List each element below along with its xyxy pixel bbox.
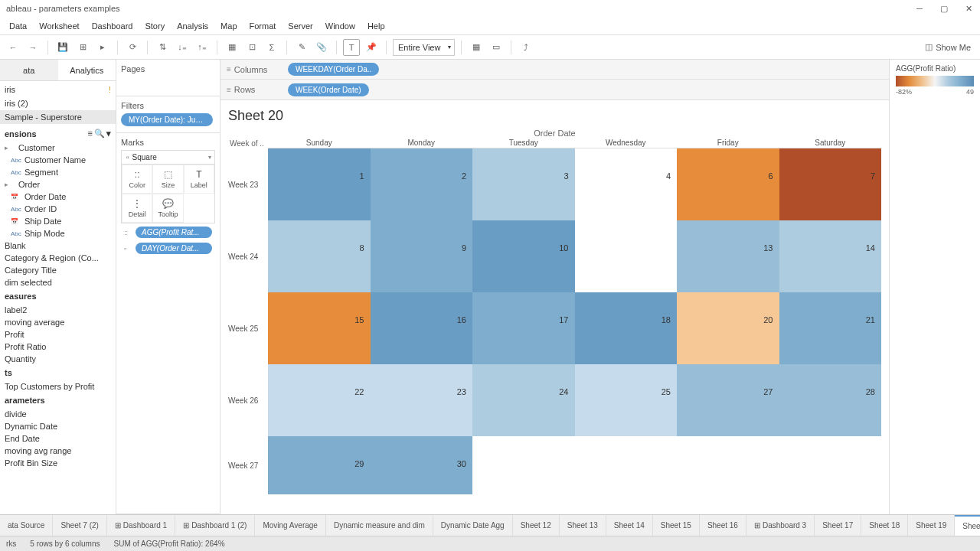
sheet-tab[interactable]: ⊞Dashboard 3 [746,515,815,536]
heatmap-cell[interactable] [779,436,882,494]
presentation-button[interactable]: ▭ [488,39,505,56]
highlight-button[interactable]: ✎ [293,39,310,56]
grid-button[interactable]: ▦ [224,39,240,56]
dimension-field[interactable]: AbcOrder ID [0,203,116,215]
sheet-tab[interactable]: ata Source [0,515,53,536]
mark-field-pill[interactable]: ▫DAY(Order Dat... [121,241,215,256]
dimension-field[interactable]: dim selected [0,276,116,289]
dimension-folder[interactable]: ▸Order [0,178,116,191]
column-header[interactable]: Monday [371,138,473,148]
sheet-tab[interactable]: Moving Average [255,515,326,536]
dimension-folder[interactable]: ▸Customer [0,142,116,154]
sort-asc-button[interactable]: ↓₌ [174,39,191,56]
heatmap-cell[interactable]: 3 [472,148,575,220]
heatmap-cell[interactable]: 10 [472,220,575,292]
heatmap-cell[interactable]: 7 [779,148,882,220]
close-button[interactable]: ✕ [963,3,974,14]
row-header[interactable]: Week 27 [228,436,268,494]
heatmap-cell[interactable]: 1 [268,148,371,220]
column-header[interactable]: Tuesday [472,138,575,148]
row-header[interactable]: Week 24 [228,220,268,292]
swap-button[interactable]: ⇅ [154,39,171,56]
heatmap-cell[interactable]: 25 [575,364,678,436]
dimension-field[interactable]: 📅Order Date [0,191,116,203]
parameter-field[interactable]: divide [0,408,116,420]
parameter-field[interactable]: Profit Bin Size [0,457,116,469]
column-header[interactable]: Sunday [268,138,371,148]
dimension-field[interactable]: Category Title [0,264,116,276]
share-button[interactable]: ⤴ [518,39,534,56]
heatmap-cell[interactable]: 30 [371,436,473,494]
pages-shelf[interactable]: Pages [121,64,215,73]
columns-shelf[interactable]: ≡Columns [227,65,273,74]
sheet-tab[interactable]: Sheet 20 [955,515,980,536]
heatmap-cell[interactable]: 23 [371,364,473,436]
data-source-item[interactable]: iris (2) [0,96,116,110]
menu-format[interactable]: Format [243,21,283,31]
column-header[interactable]: Friday [677,138,779,148]
filter-pill[interactable]: MY(Order Date): Jun... [121,113,213,126]
measure-field[interactable]: moving average [0,316,116,328]
sheet-tab[interactable]: Sheet 16 [700,515,746,536]
marks-detail[interactable]: ⋮Detail [122,194,152,223]
sheet-tab[interactable]: Dynamic measure and dim [326,515,433,536]
columns-pill[interactable]: WEEKDAY(Order Da.. [288,63,379,76]
column-header[interactable]: Saturday [779,138,882,148]
sheet-tab[interactable]: Dynamic Date Agg [433,515,513,536]
analytics-tab[interactable]: Analytics [58,60,116,80]
mark-field-pill[interactable]: ::AGG(Profit Rat... [121,225,215,240]
sort-desc-button[interactable]: ↑₌ [194,39,211,56]
heatmap-cell[interactable]: 27 [677,364,779,436]
menu-analysis[interactable]: Analysis [171,21,214,31]
parameter-field[interactable]: Dynamic Date [0,420,116,432]
card-button[interactable]: ▦ [468,39,485,56]
marks-type-select[interactable]: ▫Square [122,151,214,165]
heatmap-cell[interactable]: 20 [677,292,779,364]
sheet-tab[interactable]: Sheet 14 [606,515,653,536]
refresh-button[interactable]: ⟳ [124,39,141,56]
heatmap-cell[interactable] [575,220,678,292]
fit-dropdown[interactable]: Entire View [393,39,455,56]
heatmap-cell[interactable]: 6 [677,148,779,220]
sheet-tab[interactable]: Sheet 19 [908,515,955,536]
color-legend-bar[interactable] [896,76,974,86]
heatmap-cell[interactable]: 8 [268,220,371,292]
attach-button[interactable]: 📎 [313,39,330,56]
dimension-field[interactable]: 📅Ship Date [0,215,116,227]
heatmap-cell[interactable]: 22 [268,364,371,436]
heatmap-cell[interactable] [472,436,575,494]
parameter-field[interactable]: End Date [0,432,116,445]
group-button[interactable]: ⊡ [243,39,260,56]
dimension-field[interactable]: AbcShip Mode [0,227,116,240]
sheet-tab[interactable]: ⊞Dashboard 1 (2) [175,515,255,536]
dimension-field[interactable]: AbcSegment [0,166,116,178]
menu-window[interactable]: Window [319,21,361,31]
marks-label[interactable]: TLabel [184,165,214,194]
data-source-item[interactable]: Sample - Superstore [0,110,116,124]
heatmap-cell[interactable]: 21 [779,292,882,364]
heatmap-cell[interactable] [677,436,779,494]
totals-button[interactable]: Σ [263,39,280,56]
column-header[interactable]: Wednesday [575,138,678,148]
data-tab[interactable]: ata [0,60,58,80]
dim-search-icon[interactable]: 🔍 [94,129,105,139]
sheet-tab[interactable]: Sheet 17 [815,515,861,536]
heatmap-cell[interactable]: 14 [779,220,882,292]
marks-size[interactable]: ⬚Size [152,165,183,194]
sheet-tab[interactable]: Sheet 7 (2) [53,515,106,536]
menu-data[interactable]: Data [3,21,33,31]
dimension-field[interactable]: Blank [0,240,116,252]
sheet-tab[interactable]: Sheet 18 [861,515,908,536]
sheet-tab[interactable]: Sheet 15 [653,515,700,536]
label-button[interactable]: T [343,39,360,56]
menu-worksheet[interactable]: Worksheet [33,21,85,31]
menu-story[interactable]: Story [139,21,171,31]
row-header[interactable]: Week 23 [228,148,268,220]
heatmap-cell[interactable]: 4 [575,148,678,220]
save-button[interactable]: 💾 [54,39,71,56]
heatmap-cell[interactable]: 16 [371,292,473,364]
dim-view-icon[interactable]: ≡ [88,129,93,139]
dim-menu-icon[interactable]: ▾ [106,129,111,139]
rows-pill[interactable]: WEEK(Order Date) [288,83,369,96]
maximize-button[interactable]: ▢ [939,3,949,14]
